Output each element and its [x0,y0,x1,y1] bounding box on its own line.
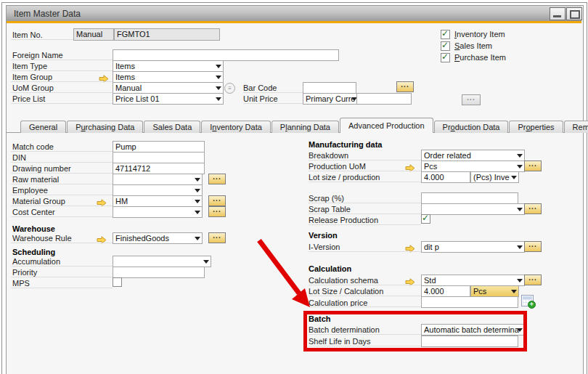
din-input[interactable] [113,152,205,163]
i-version-browse-button[interactable]: ... [524,241,542,252]
item-master-data-window: Item Master Data Item No. Manual FGMTO1 … [0,0,588,374]
scrap-table-dropdown[interactable] [421,203,525,215]
calculation-price-input[interactable] [421,296,518,308]
chevron-down-icon [517,279,523,282]
release-production-checkbox[interactable]: ✓ [421,214,430,224]
row-separator [309,203,421,203]
link-arrow-icon[interactable] [97,234,107,242]
lot-size-calculation-input[interactable]: 4.000 [421,285,470,297]
chevron-down-icon [203,260,209,264]
unit-price-input[interactable] [356,93,412,105]
batch-determination-dropdown[interactable]: Automatic batch determina [421,324,525,336]
match-code-label: Match code [12,142,54,152]
tab-sales-data[interactable]: Sales Data [144,121,200,133]
chevron-down-icon [216,86,221,90]
tab-planning-data[interactable]: Planning Data [271,121,339,133]
lot-size-production-uom-dropdown[interactable]: (Pcs) Inve [470,171,519,183]
chevron-down-icon [517,165,523,168]
item-group-label: Item Group [12,72,52,82]
row-separator [11,266,113,267]
uom-list-icon[interactable]: ≡ [224,83,235,94]
match-code-input[interactable]: Pump [113,141,205,153]
lot-size-production-input[interactable]: 4.000 [421,171,470,183]
link-arrow-icon[interactable] [405,162,415,170]
purchase-item-checkbox[interactable]: ✓ [441,53,450,62]
warehouse-rule-label: Warehouse Rule [12,233,72,243]
uom-group-dropdown[interactable]: Manual [113,82,224,94]
row-separator [309,346,421,346]
cost-center-browse-button[interactable]: ... [208,206,226,217]
material-group-browse-button[interactable]: ... [208,195,226,206]
calculation-schema-dropdown[interactable]: Std [421,275,525,286]
item-no-type-box[interactable]: Manual [73,28,114,41]
lot-size-calculation-uom-dropdown[interactable]: Pcs [470,285,519,297]
foreign-name-input[interactable] [113,49,339,61]
unit-price-browse-button[interactable]: ... [462,94,481,105]
item-type-dropdown[interactable]: Items [113,60,224,72]
raw-material-dropdown[interactable] [113,174,203,185]
calculation-schema-browse-button[interactable]: ... [524,275,542,285]
scrap-pct-input[interactable] [421,192,518,204]
material-group-dropdown[interactable]: HM [113,195,203,207]
i-version-label: I-Version [309,242,340,252]
row-separator [309,251,421,252]
accumulation-label: Accumulation [12,256,60,267]
mps-checkbox[interactable]: ✓ [113,277,122,287]
row-separator [11,184,113,184]
row-separator [309,182,421,182]
tab-production-data[interactable]: Production Data [434,121,509,133]
employee-dropdown[interactable] [113,184,203,196]
bar-code-label: Bar Code [243,83,277,93]
tab-properties[interactable]: Properties [509,121,563,133]
maximize-button[interactable] [566,7,582,20]
chevron-down-icon [216,76,221,79]
production-uom-dropdown[interactable]: Pcs [421,160,525,172]
priority-input[interactable] [113,267,205,278]
i-version-dropdown[interactable]: dit p [421,241,525,253]
warehouse-section-header: Warehouse [12,224,55,234]
row-separator [309,285,421,285]
price-list-dropdown[interactable]: Price List 01 [113,93,224,105]
lot-size-calculation-label: Lot Size / Calculation [309,286,383,296]
minimize-button[interactable] [550,7,565,20]
chevron-down-icon [216,97,221,101]
calculator-icon[interactable]: + [521,295,534,306]
row-separator [11,92,113,93]
shelf-life-input[interactable] [421,336,518,347]
inventory-item-checkbox[interactable]: ✓ [441,30,450,39]
bar-code-input[interactable] [303,82,356,94]
production-uom-browse-button[interactable]: ... [524,160,542,171]
link-arrow-icon[interactable] [405,276,415,284]
scrap-table-browse-button[interactable]: ... [524,203,542,214]
bar-code-browse-button[interactable]: ... [396,81,414,92]
link-arrow-icon[interactable] [99,73,109,81]
sales-item-checkbox[interactable]: ✓ [441,41,450,51]
tab-purchasing-data[interactable]: Purchasing Data [67,121,143,133]
row-separator [11,151,113,152]
lot-size-production-label: Lot size / production [309,172,380,182]
batch-determination-label: Batch determination [309,325,380,335]
tab-advanced-production[interactable]: Advanced Production [340,118,433,133]
row-separator [309,306,421,307]
link-arrow-icon[interactable] [97,197,107,205]
drawing-number-input[interactable]: 47114712 [113,163,205,174]
tab-inventory-data[interactable]: Inventory Data [201,121,271,133]
row-separator [11,277,113,277]
tab-general[interactable]: General [20,121,66,133]
link-arrow-icon[interactable] [405,243,415,251]
item-group-dropdown[interactable]: Items [113,71,224,83]
tab-remarks[interactable]: Remarks [564,121,588,133]
chevron-down-icon [511,176,517,179]
title-bar[interactable]: Item Master Data [7,6,581,21]
unit-price-currency-dropdown[interactable]: Primary Curre [303,93,359,105]
breakdown-dropdown[interactable]: Order related [421,150,525,161]
warehouse-rule-browse-button[interactable]: ... [208,232,226,243]
warehouse-rule-dropdown[interactable]: FinishedGoods [113,232,203,244]
item-no-code-box[interactable]: FGMTO1 [114,28,220,41]
priority-label: Priority [12,267,37,277]
cost-center-dropdown[interactable] [113,206,203,218]
accumulation-dropdown[interactable] [113,256,211,267]
item-no-label: Item No. [12,30,43,40]
row-separator [309,334,421,335]
raw-material-browse-button[interactable]: ... [208,174,226,184]
